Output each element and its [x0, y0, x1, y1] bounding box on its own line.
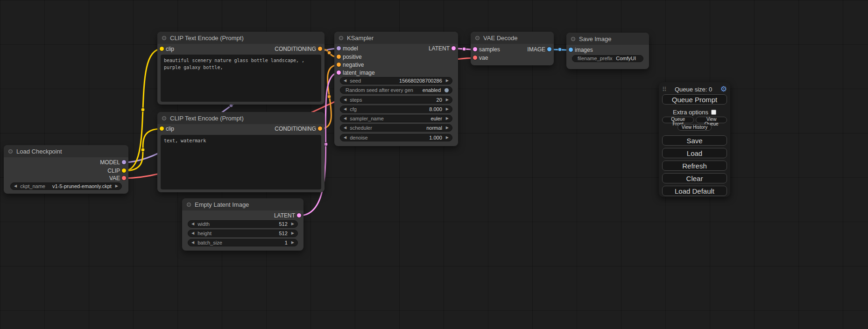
output-dot-model[interactable] [122, 160, 126, 164]
widget-value[interactable]: normal [426, 126, 442, 131]
queue-prompt-button[interactable]: Queue Prompt [662, 94, 727, 105]
node-vae-decode[interactable]: VAE Decode samples vae IMAGE [471, 32, 554, 65]
input-dot-samples[interactable] [473, 47, 477, 51]
widget-value[interactable]: v1-5-pruned-emaonly.ckpt [52, 184, 112, 189]
input-dot-negative[interactable] [337, 63, 341, 67]
toggle-knob-icon[interactable] [445, 88, 449, 92]
widget-value[interactable]: 1.000 [429, 135, 442, 140]
increment-arrow-icon[interactable]: ▶ [446, 98, 449, 102]
combo-left-arrow-icon[interactable]: ◀ [14, 184, 17, 188]
combo-right-arrow-icon[interactable]: ▶ [115, 184, 118, 188]
increment-arrow-icon[interactable]: ▶ [291, 222, 294, 226]
widget-value[interactable]: euler [430, 116, 442, 121]
node-title-text: CLIP Text Encode (Prompt) [170, 115, 244, 122]
settings-gear-icon[interactable]: ⚙ [720, 85, 727, 93]
width-widget[interactable]: ◀ width 512 ▶ [188, 220, 298, 228]
decrement-arrow-icon[interactable]: ◀ [344, 79, 346, 83]
negative-prompt-textarea[interactable]: text, watermark [161, 135, 321, 189]
load-button[interactable]: Load [662, 148, 727, 158]
drag-handle-icon[interactable]: ⠿ [662, 86, 667, 93]
output-dot-vae[interactable] [122, 176, 126, 180]
input-dot-latent-image[interactable] [337, 70, 341, 75]
widget-value[interactable]: 8.000 [429, 107, 442, 112]
combo-left-arrow-icon[interactable]: ◀ [344, 126, 346, 130]
decrement-arrow-icon[interactable]: ◀ [191, 231, 194, 235]
widget-value[interactable]: 1 [285, 240, 288, 245]
node-clip-text-encode-negative[interactable]: CLIP Text Encode (Prompt) clip CONDITION… [157, 112, 325, 192]
node-title-bar[interactable]: CLIP Text Encode (Prompt) [157, 32, 325, 44]
increment-arrow-icon[interactable]: ▶ [446, 136, 449, 140]
clear-button[interactable]: Clear [662, 173, 727, 183]
combo-right-arrow-icon[interactable]: ▶ [446, 117, 449, 120]
random-seed-toggle-widget[interactable]: Random seed after every gen enabled [340, 86, 452, 94]
node-title-bar[interactable]: KSampler [334, 32, 458, 44]
widget-value[interactable]: 20 [437, 98, 442, 103]
node-save-image[interactable]: Save Image images filename_prefix ComfyU… [566, 33, 649, 69]
decrement-arrow-icon[interactable]: ◀ [191, 241, 194, 245]
input-dot-images[interactable] [569, 48, 573, 52]
collapse-icon[interactable] [571, 37, 575, 41]
increment-arrow-icon[interactable]: ▶ [291, 231, 294, 235]
output-dot-latent[interactable] [297, 213, 301, 217]
combo-right-arrow-icon[interactable]: ▶ [446, 126, 449, 130]
node-title-bar[interactable]: Save Image [566, 33, 649, 45]
collapse-icon[interactable] [339, 36, 343, 40]
node-title-bar[interactable]: Load Checkpoint [4, 145, 128, 157]
collapse-icon[interactable] [8, 149, 13, 154]
input-dot-clip[interactable] [160, 47, 164, 51]
queue-front-button[interactable]: Queue Front [662, 117, 694, 123]
node-empty-latent-image[interactable]: Empty Latent Image LATENT ◀ width 512 ▶ … [182, 198, 303, 251]
batch-size-widget[interactable]: ◀ batch_size 1 ▶ [188, 239, 298, 246]
collapse-icon[interactable] [187, 203, 191, 207]
collapse-icon[interactable] [162, 36, 166, 40]
node-ksampler[interactable]: KSampler model positive negative latent_… [334, 32, 458, 146]
input-dot-positive[interactable] [337, 55, 341, 59]
output-dot-conditioning[interactable] [318, 47, 322, 51]
seed-widget[interactable]: ◀ seed 156680208700286 ▶ [340, 77, 452, 84]
widget-value[interactable]: enabled [423, 88, 441, 93]
node-load-checkpoint[interactable]: Load Checkpoint MODEL CLIP VAE ◀ ckpt_na… [4, 145, 128, 194]
denoise-widget[interactable]: ◀ denoise 1.000 ▶ [340, 134, 452, 141]
input-dot-vae[interactable] [473, 56, 477, 60]
combo-left-arrow-icon[interactable]: ◀ [344, 117, 346, 120]
decrement-arrow-icon[interactable]: ◀ [191, 222, 194, 226]
widget-value[interactable]: ComfyUI [616, 56, 636, 61]
extra-options-checkbox[interactable] [711, 110, 716, 115]
filename-prefix-widget[interactable]: filename_prefix ComfyUI [572, 55, 643, 62]
height-widget[interactable]: ◀ height 512 ▶ [188, 230, 298, 237]
node-title-bar[interactable]: CLIP Text Encode (Prompt) [157, 112, 325, 124]
input-dot-clip[interactable] [160, 126, 164, 131]
output-dot-conditioning[interactable] [318, 126, 322, 131]
decrement-arrow-icon[interactable]: ◀ [344, 136, 346, 140]
input-label-samples: samples [479, 46, 500, 53]
widget-value[interactable]: 512 [279, 231, 287, 236]
refresh-button[interactable]: Refresh [662, 161, 727, 171]
cfg-widget[interactable]: ◀ cfg 8.000 ▶ [340, 105, 452, 113]
steps-widget[interactable]: ◀ steps 20 ▶ [340, 96, 452, 104]
widget-value[interactable]: 512 [279, 222, 287, 227]
collapse-icon[interactable] [475, 36, 480, 40]
node-graph-canvas[interactable]: Load Checkpoint MODEL CLIP VAE ◀ ckpt_na… [0, 0, 868, 329]
ckpt-name-widget[interactable]: ◀ ckpt_name v1-5-pruned-emaonly.ckpt ▶ [10, 182, 122, 190]
output-dot-image[interactable] [547, 47, 551, 51]
increment-arrow-icon[interactable]: ▶ [446, 79, 449, 83]
input-dot-model[interactable] [337, 46, 341, 50]
decrement-arrow-icon[interactable]: ◀ [344, 98, 346, 102]
decrement-arrow-icon[interactable]: ◀ [344, 107, 346, 111]
increment-arrow-icon[interactable]: ▶ [446, 107, 449, 111]
sampler-name-widget[interactable]: ◀ sampler_name euler ▶ [340, 115, 452, 122]
scheduler-widget[interactable]: ◀ scheduler normal ▶ [340, 124, 452, 132]
view-history-button[interactable]: View History [677, 124, 712, 131]
collapse-icon[interactable] [162, 116, 166, 120]
node-title-bar[interactable]: Empty Latent Image [182, 198, 303, 210]
save-button[interactable]: Save [662, 135, 727, 146]
node-clip-text-encode-positive[interactable]: CLIP Text Encode (Prompt) clip CONDITION… [157, 32, 325, 105]
positive-prompt-textarea[interactable]: beautiful scenery nature glass bottle la… [161, 55, 321, 102]
load-default-button[interactable]: Load Default [662, 186, 727, 196]
output-dot-latent[interactable] [452, 46, 456, 50]
increment-arrow-icon[interactable]: ▶ [291, 241, 294, 245]
output-dot-clip[interactable] [122, 168, 126, 173]
view-queue-button[interactable]: View Queue [696, 117, 727, 123]
widget-value[interactable]: 156680208700286 [399, 78, 442, 84]
node-title-bar[interactable]: VAE Decode [471, 32, 554, 44]
